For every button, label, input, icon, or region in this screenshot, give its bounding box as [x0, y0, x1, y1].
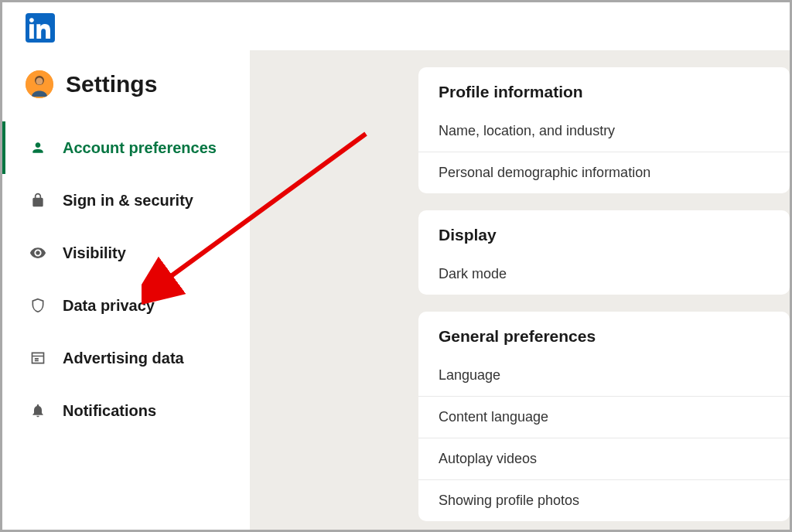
sidebar-item-notifications[interactable]: Notifications	[2, 384, 250, 437]
card-item[interactable]: Language	[418, 355, 790, 396]
card-item[interactable]: Showing profile photos	[418, 479, 790, 521]
eye-icon	[29, 244, 47, 262]
header	[2, 2, 790, 50]
shield-icon	[29, 296, 47, 315]
avatar[interactable]	[26, 70, 53, 98]
bell-icon	[29, 401, 47, 420]
card-display: Display Dark mode	[418, 210, 790, 295]
card-title: Display	[418, 210, 790, 254]
lock-icon	[29, 191, 47, 210]
card-title: Profile information	[418, 67, 790, 111]
sidebar-item-account-preferences[interactable]: Account preferences	[2, 121, 250, 174]
sidebar-item-data-privacy[interactable]: Data privacy	[2, 279, 250, 332]
card-profile-information: Profile information Name, location, and …	[418, 67, 790, 193]
card-item[interactable]: Content language	[418, 396, 790, 438]
card-item[interactable]: Autoplay videos	[418, 438, 790, 479]
settings-header: Settings	[2, 70, 250, 121]
sidebar-item-label: Advertising data	[63, 350, 184, 367]
sidebar-item-label: Notifications	[63, 402, 156, 420]
sidebar-item-label: Visibility	[63, 244, 126, 262]
card-item[interactable]: Dark mode	[418, 254, 790, 295]
sidebar-item-visibility[interactable]: Visibility	[2, 227, 250, 279]
avatar-image	[26, 70, 53, 98]
card-item[interactable]: Personal demographic information	[418, 152, 790, 193]
sidebar-item-label: Sign in & security	[63, 192, 193, 210]
sidebar-item-label: Data privacy	[63, 297, 155, 315]
sidebar-item-label: Account preferences	[63, 139, 217, 157]
main-panel: Profile information Name, location, and …	[250, 50, 790, 530]
card-item[interactable]: Name, location, and industry	[418, 111, 790, 152]
newspaper-icon	[29, 349, 47, 367]
linkedin-icon	[29, 17, 51, 39]
linkedin-logo[interactable]	[26, 13, 55, 43]
sidebar-item-advertising-data[interactable]: Advertising data	[2, 332, 250, 384]
page-title: Settings	[66, 71, 157, 97]
svg-point-2	[36, 78, 43, 85]
sidebar-item-sign-in-security[interactable]: Sign in & security	[2, 174, 250, 227]
card-general-preferences: General preferences Language Content lan…	[418, 312, 790, 521]
card-title: General preferences	[418, 312, 790, 355]
sidebar: Settings Account preferences Sign in & s…	[2, 50, 250, 530]
person-icon	[29, 138, 47, 157]
